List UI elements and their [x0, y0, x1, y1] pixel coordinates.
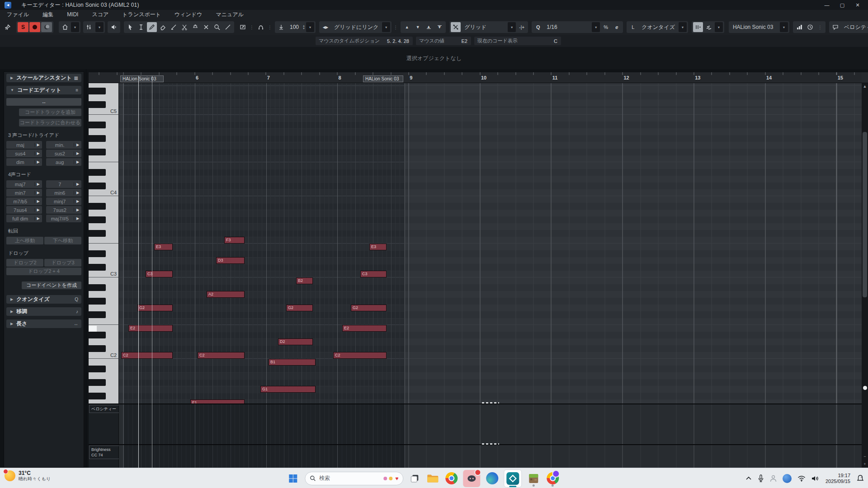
midi-note-B2[interactable]: B2	[296, 277, 313, 284]
piano-key-As2[interactable]	[89, 284, 119, 291]
cc-lane-part-region[interactable]	[123, 445, 405, 468]
step-input-toggle[interactable]	[693, 22, 703, 32]
quantize-panel-button[interactable]: e	[612, 22, 622, 32]
part-marker-start[interactable]: HALion Sonic 03	[120, 75, 164, 82]
chrome-profile-icon[interactable]	[545, 470, 560, 487]
piano-key-Fs1[interactable]	[89, 393, 119, 399]
record-button[interactable]	[29, 22, 40, 32]
track-strip-icon[interactable]	[85, 22, 94, 32]
piano-key-B1[interactable]	[89, 359, 119, 366]
zoom-plus-icon[interactable]: +	[862, 462, 868, 466]
section-quantize[interactable]: ▶ クオンタイズ Q	[6, 295, 81, 304]
piano-key-F1[interactable]	[89, 399, 119, 404]
chord-button-maj7-5[interactable]: maj7/#5▶	[46, 215, 82, 222]
link-grid-dropdown-arrow[interactable]: ▼	[382, 22, 390, 32]
cubase-taskbar-icon[interactable]	[504, 469, 522, 488]
drop2-button[interactable]: ドロップ2	[6, 259, 43, 267]
piano-key-Gs2[interactable]	[89, 298, 119, 305]
midi-note-C2[interactable]: C2	[333, 352, 387, 359]
event-colors-icon[interactable]	[830, 22, 840, 32]
clock-icon[interactable]	[805, 22, 815, 32]
drop2-4-button[interactable]: ドロップ2 + 4	[6, 267, 81, 275]
chevron-right-icon[interactable]: ▶	[34, 216, 42, 221]
menu-item-編集[interactable]: 編集	[36, 10, 60, 19]
piano-key-C3[interactable]: C3	[89, 271, 119, 277]
zones-dropdown-arrow[interactable]: ▼	[71, 22, 79, 32]
piano-key-B2[interactable]	[89, 277, 119, 284]
chevron-right-icon[interactable]: ▶	[74, 182, 81, 186]
scrollbar-thumb[interactable]	[863, 132, 867, 297]
piano-key-G1[interactable]	[89, 386, 119, 393]
midi-note-G2[interactable]: G2	[351, 305, 387, 311]
midi-note-E2[interactable]: E2	[342, 325, 387, 332]
section-chord-edit[interactable]: ▼ コードエディット ≡	[6, 86, 81, 94]
piano-key-G2[interactable]	[89, 305, 119, 311]
length-quantize-icon[interactable]: L	[628, 22, 638, 32]
midi-note-F3[interactable]: F3	[224, 237, 245, 244]
menu-item-マニュアル[interactable]: マニュアル	[209, 10, 250, 19]
midi-note-C3[interactable]: C3	[360, 271, 387, 277]
part-selector-dropdown-arrow[interactable]: ▼	[780, 22, 788, 32]
split-scissors-tool[interactable]	[179, 22, 189, 32]
chevron-right-icon[interactable]: ▶	[34, 191, 42, 195]
section-length[interactable]: ▶ 長さ ↔	[6, 319, 81, 328]
piano-key-G4[interactable]	[89, 142, 119, 149]
velocity-lane-part-region[interactable]	[123, 404, 405, 444]
chevron-right-icon[interactable]: ▶	[34, 160, 42, 164]
discord-icon[interactable]	[463, 470, 480, 487]
chord-button-m7-b5[interactable]: m7/b5▶	[6, 197, 42, 205]
move-down-button[interactable]: ▼	[413, 22, 423, 32]
move-up-octave-button[interactable]: ▲	[424, 22, 434, 32]
menu-item-トランスポート[interactable]: トランスポート	[115, 10, 168, 19]
range-selection-tool[interactable]	[136, 22, 146, 32]
object-selection-tool[interactable]	[125, 22, 135, 32]
midi-note-E2[interactable]: E2	[128, 325, 173, 332]
chord-button-full-dim[interactable]: full dim▶	[6, 215, 42, 222]
zoom-tool[interactable]	[212, 22, 222, 32]
solo-button[interactable]: S	[18, 22, 28, 32]
drop3-button[interactable]: ドロップ3	[44, 259, 81, 267]
chrome-icon[interactable]	[444, 470, 458, 487]
lane-resize-handle[interactable]	[482, 402, 499, 404]
chevron-right-icon[interactable]: ▶	[74, 151, 81, 155]
piano-key-Cs2[interactable]	[89, 345, 119, 352]
piano-key-Ds5[interactable]	[89, 88, 119, 94]
tray-chevron-icon[interactable]	[745, 476, 752, 481]
velocity-stepper[interactable]: ▲▼	[302, 24, 305, 30]
chevron-right-icon[interactable]: ▶	[74, 199, 81, 203]
menu-item-ファイル[interactable]: ファイル	[0, 10, 36, 19]
chevron-right-icon[interactable]: ▶	[74, 216, 81, 221]
start-button[interactable]	[286, 470, 300, 487]
app-globe-icon[interactable]	[783, 474, 792, 483]
piano-key-Ds4[interactable]	[89, 169, 119, 176]
piano-key-B4[interactable]	[89, 115, 119, 122]
midi-note-C2[interactable]: C2	[121, 352, 173, 359]
snap-type-label[interactable]: グリッド	[462, 23, 507, 31]
close-button[interactable]: ✕	[850, 0, 865, 10]
step-input-dropdown-arrow[interactable]: ▼	[715, 22, 723, 32]
midi-note-G2[interactable]: G2	[286, 305, 313, 311]
piano-key-E3[interactable]	[89, 244, 119, 250]
piano-key-D3[interactable]	[89, 257, 119, 264]
clock-widget[interactable]: 19:17 2025/09/15	[826, 473, 850, 484]
piano-key-F3[interactable]	[89, 237, 119, 244]
edge-icon[interactable]	[485, 470, 499, 487]
chevron-right-icon[interactable]: ▶	[34, 151, 42, 155]
midi-note-E3[interactable]: E3	[369, 244, 387, 250]
zoom-slider-knob[interactable]	[863, 386, 867, 390]
piano-key-Cs5[interactable]	[89, 101, 119, 108]
chord-button-min7[interactable]: min7▶	[6, 189, 42, 197]
piano-key-E4[interactable]	[89, 162, 119, 169]
snap-toggle[interactable]	[451, 22, 461, 32]
file-explorer-icon[interactable]	[426, 470, 439, 487]
chord-button-maj7[interactable]: maj7▶	[6, 180, 42, 188]
piano-key-Cs4[interactable]	[89, 183, 119, 189]
length-quantize-dropdown-arrow[interactable]: ▼	[679, 22, 687, 32]
lane-divider[interactable]	[89, 444, 862, 445]
quantize-dropdown-arrow[interactable]: ▼	[592, 22, 600, 32]
piano-key-A4[interactable]	[89, 128, 119, 135]
chevron-right-icon[interactable]: ▶	[74, 160, 81, 164]
glue-tool[interactable]	[190, 22, 200, 32]
draw-tool[interactable]	[147, 22, 157, 32]
wifi-icon[interactable]	[797, 475, 806, 482]
